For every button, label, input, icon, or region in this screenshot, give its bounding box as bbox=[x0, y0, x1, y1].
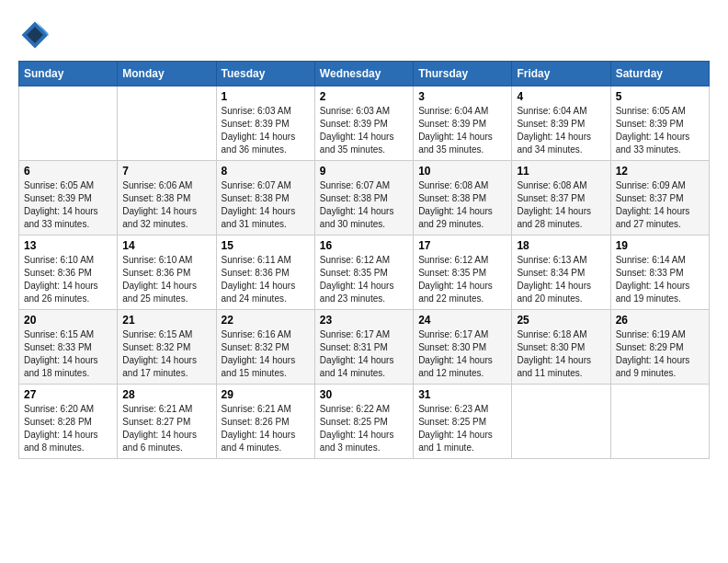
calendar-cell: 18Sunrise: 6:13 AM Sunset: 8:34 PM Dayli… bbox=[512, 236, 610, 310]
logo bbox=[18, 18, 57, 52]
calendar-cell: 24Sunrise: 6:17 AM Sunset: 8:30 PM Dayli… bbox=[414, 310, 512, 385]
cell-info: Sunrise: 6:05 AM Sunset: 8:39 PM Dayligh… bbox=[24, 179, 112, 231]
weekday-header-wednesday: Wednesday bbox=[314, 62, 413, 86]
day-number: 20 bbox=[24, 314, 112, 327]
cell-info: Sunrise: 6:12 AM Sunset: 8:35 PM Dayligh… bbox=[320, 254, 408, 305]
day-number: 30 bbox=[320, 388, 408, 401]
cell-info: Sunrise: 6:18 AM Sunset: 8:30 PM Dayligh… bbox=[517, 328, 605, 380]
cell-info: Sunrise: 6:08 AM Sunset: 8:37 PM Dayligh… bbox=[517, 179, 605, 231]
cell-info: Sunrise: 6:04 AM Sunset: 8:39 PM Dayligh… bbox=[517, 105, 605, 156]
day-number: 29 bbox=[222, 388, 310, 401]
page-header bbox=[18, 18, 710, 52]
cell-info: Sunrise: 6:11 AM Sunset: 8:36 PM Dayligh… bbox=[222, 254, 310, 305]
day-number: 18 bbox=[517, 239, 605, 252]
cell-info: Sunrise: 6:13 AM Sunset: 8:34 PM Dayligh… bbox=[517, 254, 605, 305]
calendar-cell: 5Sunrise: 6:05 AM Sunset: 8:39 PM Daylig… bbox=[610, 86, 709, 161]
day-number: 22 bbox=[222, 314, 310, 327]
calendar-cell: 16Sunrise: 6:12 AM Sunset: 8:35 PM Dayli… bbox=[314, 236, 413, 310]
day-number: 24 bbox=[418, 314, 506, 327]
cell-info: Sunrise: 6:17 AM Sunset: 8:31 PM Dayligh… bbox=[320, 328, 408, 380]
calendar-cell: 11Sunrise: 6:08 AM Sunset: 8:37 PM Dayli… bbox=[512, 161, 610, 236]
day-number: 19 bbox=[616, 239, 704, 252]
calendar-cell bbox=[512, 385, 610, 459]
day-number: 14 bbox=[122, 239, 210, 252]
cell-info: Sunrise: 6:03 AM Sunset: 8:39 PM Dayligh… bbox=[222, 105, 310, 156]
day-number: 12 bbox=[616, 165, 704, 178]
calendar-week-1: 6Sunrise: 6:05 AM Sunset: 8:39 PM Daylig… bbox=[19, 161, 710, 236]
cell-info: Sunrise: 6:12 AM Sunset: 8:35 PM Dayligh… bbox=[418, 254, 506, 305]
cell-info: Sunrise: 6:06 AM Sunset: 8:38 PM Dayligh… bbox=[122, 179, 210, 231]
day-number: 3 bbox=[418, 90, 506, 103]
calendar-cell: 10Sunrise: 6:08 AM Sunset: 8:38 PM Dayli… bbox=[414, 161, 512, 236]
cell-info: Sunrise: 6:03 AM Sunset: 8:39 PM Dayligh… bbox=[320, 105, 408, 156]
calendar-table: SundayMondayTuesdayWednesdayThursdayFrid… bbox=[18, 61, 710, 459]
calendar-cell: 6Sunrise: 6:05 AM Sunset: 8:39 PM Daylig… bbox=[19, 161, 118, 236]
cell-info: Sunrise: 6:21 AM Sunset: 8:27 PM Dayligh… bbox=[122, 403, 210, 454]
cell-info: Sunrise: 6:22 AM Sunset: 8:25 PM Dayligh… bbox=[320, 403, 408, 454]
day-number: 2 bbox=[320, 90, 408, 103]
calendar-cell bbox=[19, 86, 118, 161]
weekday-header-sunday: Sunday bbox=[19, 62, 118, 86]
calendar-cell: 8Sunrise: 6:07 AM Sunset: 8:38 PM Daylig… bbox=[216, 161, 314, 236]
calendar-cell bbox=[118, 86, 216, 161]
calendar-cell: 7Sunrise: 6:06 AM Sunset: 8:38 PM Daylig… bbox=[118, 161, 216, 236]
calendar-cell: 12Sunrise: 6:09 AM Sunset: 8:37 PM Dayli… bbox=[610, 161, 709, 236]
cell-info: Sunrise: 6:07 AM Sunset: 8:38 PM Dayligh… bbox=[222, 179, 310, 231]
day-number: 27 bbox=[24, 388, 112, 401]
cell-info: Sunrise: 6:10 AM Sunset: 8:36 PM Dayligh… bbox=[122, 254, 210, 305]
day-number: 15 bbox=[222, 239, 310, 252]
day-number: 5 bbox=[616, 90, 704, 103]
day-number: 1 bbox=[222, 90, 310, 103]
cell-info: Sunrise: 6:09 AM Sunset: 8:37 PM Dayligh… bbox=[616, 179, 704, 231]
calendar-cell: 19Sunrise: 6:14 AM Sunset: 8:33 PM Dayli… bbox=[610, 236, 709, 310]
weekday-header-monday: Monday bbox=[118, 62, 216, 86]
day-number: 16 bbox=[320, 239, 408, 252]
calendar-cell: 27Sunrise: 6:20 AM Sunset: 8:28 PM Dayli… bbox=[19, 385, 118, 459]
weekday-header-saturday: Saturday bbox=[610, 62, 709, 86]
day-number: 21 bbox=[122, 314, 210, 327]
calendar-cell: 3Sunrise: 6:04 AM Sunset: 8:39 PM Daylig… bbox=[414, 86, 512, 161]
cell-info: Sunrise: 6:05 AM Sunset: 8:39 PM Dayligh… bbox=[616, 105, 704, 156]
cell-info: Sunrise: 6:16 AM Sunset: 8:32 PM Dayligh… bbox=[222, 328, 310, 380]
calendar-body: 1Sunrise: 6:03 AM Sunset: 8:39 PM Daylig… bbox=[19, 86, 710, 459]
cell-info: Sunrise: 6:15 AM Sunset: 8:32 PM Dayligh… bbox=[122, 328, 210, 380]
calendar-cell: 25Sunrise: 6:18 AM Sunset: 8:30 PM Dayli… bbox=[512, 310, 610, 385]
cell-info: Sunrise: 6:04 AM Sunset: 8:39 PM Dayligh… bbox=[418, 105, 506, 156]
calendar-cell: 31Sunrise: 6:23 AM Sunset: 8:25 PM Dayli… bbox=[414, 385, 512, 459]
weekday-header-thursday: Thursday bbox=[414, 62, 512, 86]
calendar-week-2: 13Sunrise: 6:10 AM Sunset: 8:36 PM Dayli… bbox=[19, 236, 710, 310]
cell-info: Sunrise: 6:19 AM Sunset: 8:29 PM Dayligh… bbox=[616, 328, 704, 380]
calendar-cell: 14Sunrise: 6:10 AM Sunset: 8:36 PM Dayli… bbox=[118, 236, 216, 310]
weekday-header-tuesday: Tuesday bbox=[216, 62, 314, 86]
cell-info: Sunrise: 6:17 AM Sunset: 8:30 PM Dayligh… bbox=[418, 328, 506, 380]
day-number: 4 bbox=[517, 90, 605, 103]
calendar-cell: 29Sunrise: 6:21 AM Sunset: 8:26 PM Dayli… bbox=[216, 385, 314, 459]
calendar-cell: 4Sunrise: 6:04 AM Sunset: 8:39 PM Daylig… bbox=[512, 86, 610, 161]
cell-info: Sunrise: 6:15 AM Sunset: 8:33 PM Dayligh… bbox=[24, 328, 112, 380]
calendar-cell bbox=[610, 385, 709, 459]
day-number: 26 bbox=[616, 314, 704, 327]
day-number: 9 bbox=[320, 165, 408, 178]
calendar-cell: 17Sunrise: 6:12 AM Sunset: 8:35 PM Dayli… bbox=[414, 236, 512, 310]
day-number: 23 bbox=[320, 314, 408, 327]
cell-info: Sunrise: 6:08 AM Sunset: 8:38 PM Dayligh… bbox=[418, 179, 506, 231]
calendar-cell: 30Sunrise: 6:22 AM Sunset: 8:25 PM Dayli… bbox=[314, 385, 413, 459]
calendar-cell: 2Sunrise: 6:03 AM Sunset: 8:39 PM Daylig… bbox=[314, 86, 413, 161]
cell-info: Sunrise: 6:20 AM Sunset: 8:28 PM Dayligh… bbox=[24, 403, 112, 454]
calendar-header: SundayMondayTuesdayWednesdayThursdayFrid… bbox=[19, 62, 710, 86]
cell-info: Sunrise: 6:23 AM Sunset: 8:25 PM Dayligh… bbox=[418, 403, 506, 454]
calendar-cell: 9Sunrise: 6:07 AM Sunset: 8:38 PM Daylig… bbox=[314, 161, 413, 236]
logo-icon bbox=[18, 18, 51, 52]
day-number: 31 bbox=[418, 388, 506, 401]
day-number: 28 bbox=[122, 388, 210, 401]
day-number: 11 bbox=[517, 165, 605, 178]
day-number: 6 bbox=[24, 165, 112, 178]
cell-info: Sunrise: 6:21 AM Sunset: 8:26 PM Dayligh… bbox=[222, 403, 310, 454]
day-number: 17 bbox=[418, 239, 506, 252]
calendar-cell: 22Sunrise: 6:16 AM Sunset: 8:32 PM Dayli… bbox=[216, 310, 314, 385]
cell-info: Sunrise: 6:10 AM Sunset: 8:36 PM Dayligh… bbox=[24, 254, 112, 305]
calendar-week-0: 1Sunrise: 6:03 AM Sunset: 8:39 PM Daylig… bbox=[19, 86, 710, 161]
calendar-cell: 13Sunrise: 6:10 AM Sunset: 8:36 PM Dayli… bbox=[19, 236, 118, 310]
calendar-week-3: 20Sunrise: 6:15 AM Sunset: 8:33 PM Dayli… bbox=[19, 310, 710, 385]
day-number: 7 bbox=[122, 165, 210, 178]
